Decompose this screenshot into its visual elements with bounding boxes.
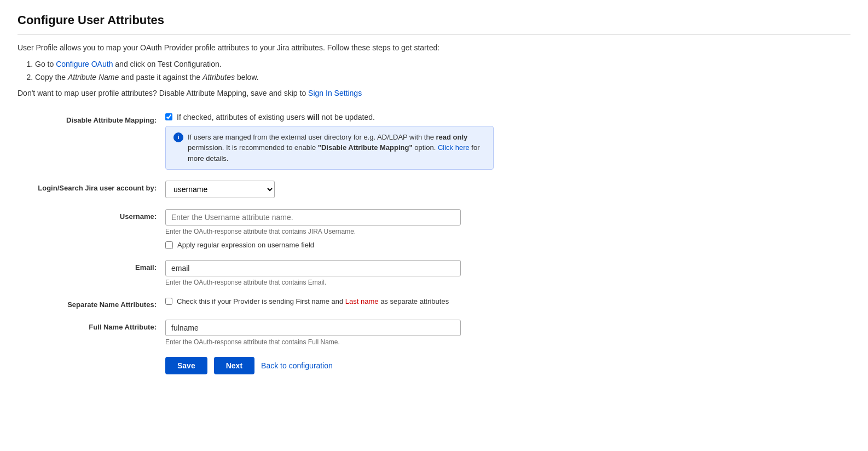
save-button[interactable]: Save bbox=[165, 357, 207, 374]
login-search-content: username email User ID bbox=[165, 181, 494, 198]
info-box-text: If users are manged from the external us… bbox=[188, 132, 485, 164]
next-button[interactable]: Next bbox=[214, 357, 254, 374]
separate-name-checkbox[interactable] bbox=[165, 298, 172, 305]
login-search-label: Login/Search Jira user account by: bbox=[18, 181, 165, 192]
username-input[interactable] bbox=[165, 209, 461, 226]
apply-regex-row: Apply regular expression on username fie… bbox=[165, 241, 494, 249]
separate-name-row: Separate Name Attributes: Check this if … bbox=[18, 297, 850, 309]
intro-steps: Go to Configure OAuth and click on Test … bbox=[35, 58, 850, 84]
info-icon: i bbox=[173, 132, 183, 142]
configure-oauth-link[interactable]: Configure OAuth bbox=[56, 60, 113, 68]
step-1: Go to Configure OAuth and click on Test … bbox=[35, 58, 850, 71]
step-2-after: below. bbox=[237, 73, 259, 82]
email-input[interactable] bbox=[165, 260, 461, 276]
fullname-input[interactable] bbox=[165, 320, 461, 336]
apply-regex-label: Apply regular expression on username fie… bbox=[177, 241, 314, 249]
login-search-row: Login/Search Jira user account by: usern… bbox=[18, 181, 850, 198]
email-hint: Enter the OAuth-response attribute that … bbox=[165, 279, 494, 286]
page-title: Configure User Attributes bbox=[18, 13, 850, 27]
separate-name-content: Check this if your Provider is sending F… bbox=[165, 297, 494, 305]
back-to-configuration-button[interactable]: Back to configuration bbox=[261, 361, 333, 370]
username-label: Username: bbox=[18, 209, 165, 221]
login-search-select[interactable]: username email User ID bbox=[165, 181, 275, 198]
apply-regex-checkbox[interactable] bbox=[165, 241, 173, 249]
skip-line-text: Don't want to map user profile attribute… bbox=[18, 89, 308, 97]
email-row: Email: Enter the OAuth-response attribut… bbox=[18, 260, 850, 286]
form-section: Disable Attribute Mapping: If checked, a… bbox=[18, 113, 850, 346]
email-content: Enter the OAuth-response attribute that … bbox=[165, 260, 494, 286]
click-here-link[interactable]: Click here bbox=[438, 143, 470, 152]
fullname-label: Full Name Attribute: bbox=[18, 320, 165, 331]
email-label: Email: bbox=[18, 260, 165, 271]
disable-attr-label: Disable Attribute Mapping: bbox=[18, 113, 165, 124]
username-content: Enter the OAuth-response attribute that … bbox=[165, 209, 494, 249]
disable-attr-checkbox-label: If checked, attributes of existing users… bbox=[177, 113, 375, 122]
sign-in-settings-link[interactable]: Sign In Settings bbox=[308, 89, 362, 97]
info-box: i If users are manged from the external … bbox=[165, 126, 494, 170]
separate-name-label: Separate Name Attributes: bbox=[18, 297, 165, 309]
button-row: Save Next Back to configuration bbox=[18, 357, 850, 374]
last-name-text: Last name bbox=[345, 297, 379, 305]
title-divider bbox=[18, 34, 850, 34]
separate-name-checkbox-label: Check this if your Provider is sending F… bbox=[177, 297, 449, 305]
step-2-italic2: Attributes bbox=[202, 73, 235, 82]
step-2-middle: and paste it against the bbox=[121, 73, 202, 82]
step-2: Copy the Attribute Name and paste it aga… bbox=[35, 71, 850, 84]
step-2-italic1: Attribute Name bbox=[68, 73, 119, 82]
disable-attr-content: If checked, attributes of existing users… bbox=[165, 113, 494, 170]
skip-line: Don't want to map user profile attribute… bbox=[18, 89, 850, 97]
intro-text: User Profile allows you to map your OAut… bbox=[18, 42, 850, 54]
disable-attr-row: Disable Attribute Mapping: If checked, a… bbox=[18, 113, 850, 170]
fullname-content: Enter the OAuth-response attribute that … bbox=[165, 320, 494, 346]
step-1-text: and click on Test Configuration. bbox=[115, 60, 221, 68]
username-row: Username: Enter the OAuth-response attri… bbox=[18, 209, 850, 249]
disable-attr-checkbox[interactable] bbox=[165, 113, 172, 120]
username-hint: Enter the OAuth-response attribute that … bbox=[165, 228, 494, 235]
fullname-row: Full Name Attribute: Enter the OAuth-res… bbox=[18, 320, 850, 346]
fullname-hint: Enter the OAuth-response attribute that … bbox=[165, 338, 494, 346]
